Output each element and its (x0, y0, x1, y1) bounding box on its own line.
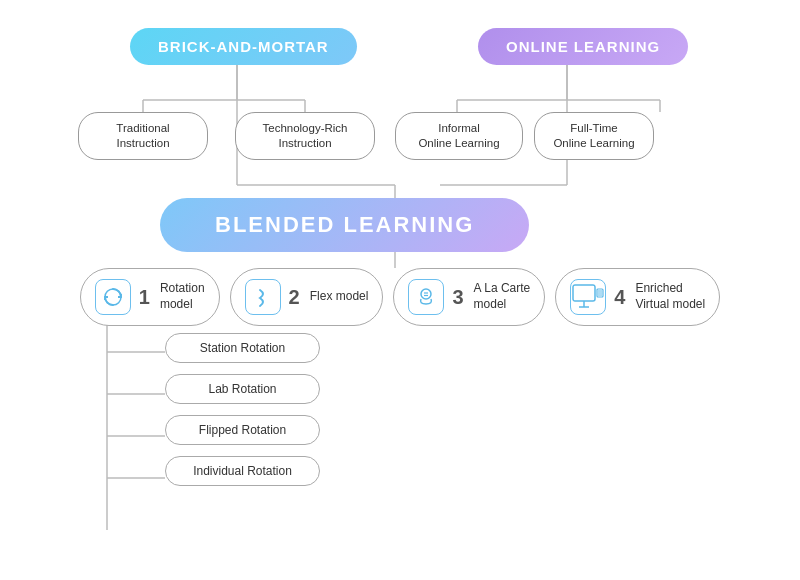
enriched-icon (570, 279, 606, 315)
alacarte-model-pill: 3 A La Cartemodel (393, 268, 545, 326)
diagram-container: BRICK-AND-MORTAR ONLINE LEARNING Traditi… (0, 0, 800, 580)
model-row: 1 Rotationmodel 2 Flex model (28, 268, 772, 326)
rotation-number: 1 (139, 286, 150, 309)
rotation-model-pill: 1 Rotationmodel (80, 268, 220, 326)
enriched-number: 4 (614, 286, 625, 309)
alacarte-label: A La Cartemodel (474, 281, 531, 312)
blended-learning-node: BLENDED LEARNING (160, 198, 529, 252)
flex-model-pill: 2 Flex model (230, 268, 384, 326)
lab-rotation-item: Lab Rotation (165, 374, 320, 404)
flipped-rotation-item: Flipped Rotation (165, 415, 320, 445)
svg-rect-24 (573, 285, 595, 301)
enriched-model-pill: 4 EnrichedVirtual model (555, 268, 720, 326)
technology-rich-node: Technology-RichInstruction (235, 112, 375, 160)
flex-number: 2 (289, 286, 300, 309)
flex-icon (245, 279, 281, 315)
svg-point-21 (421, 289, 431, 299)
rotation-icon (95, 279, 131, 315)
station-rotation-item: Station Rotation (165, 333, 320, 363)
rotation-label: Rotationmodel (160, 281, 205, 312)
fulltime-online-node: Full-TimeOnline Learning (534, 112, 654, 160)
informal-online-node: InformalOnline Learning (395, 112, 523, 160)
flex-label: Flex model (310, 289, 369, 305)
traditional-instruction-node: TraditionalInstruction (78, 112, 208, 160)
alacarte-number: 3 (452, 286, 463, 309)
alacarte-icon (408, 279, 444, 315)
brick-and-mortar-node: BRICK-AND-MORTAR (130, 28, 357, 65)
enriched-label: EnrichedVirtual model (635, 281, 705, 312)
online-learning-node: ONLINE LEARNING (478, 28, 688, 65)
individual-rotation-item: Individual Rotation (165, 456, 320, 486)
